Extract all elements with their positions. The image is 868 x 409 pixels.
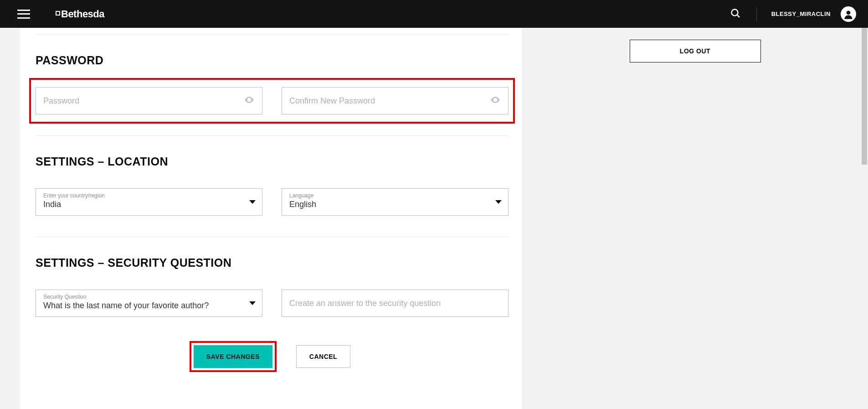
country-select[interactable]: Enter your country/region India xyxy=(36,188,262,216)
divider xyxy=(36,237,508,237)
confirm-password-field-wrap xyxy=(282,87,508,114)
country-label: Enter your country/region xyxy=(43,192,105,199)
password-row xyxy=(36,87,508,114)
logout-button[interactable]: LOG OUT xyxy=(630,40,761,62)
password-input[interactable] xyxy=(43,96,244,106)
section-title-security: SETTINGS – SECURITY QUESTION xyxy=(36,256,508,269)
form-actions: SAVE CHANGES CANCEL xyxy=(36,345,508,368)
divider xyxy=(36,135,508,136)
password-field-wrap xyxy=(36,87,262,114)
scrollbar[interactable] xyxy=(861,28,868,409)
svg-line-1 xyxy=(737,15,740,17)
save-button[interactable]: SAVE CHANGES xyxy=(194,345,272,368)
eye-icon[interactable] xyxy=(244,94,255,107)
language-value: English xyxy=(289,200,501,209)
svg-point-5 xyxy=(494,99,496,101)
chevron-down-icon xyxy=(249,301,256,305)
security-answer-input[interactable] xyxy=(289,299,501,308)
cancel-button[interactable]: CANCEL xyxy=(296,345,350,368)
header-username[interactable]: BLESSY_MIRACLIN xyxy=(771,10,831,17)
menu-icon[interactable] xyxy=(17,10,30,19)
security-question-value: What is the last name of your favorite a… xyxy=(43,301,255,311)
brand-name: Bethesda xyxy=(61,8,104,20)
eye-icon[interactable] xyxy=(490,94,501,107)
settings-card: PASSWORD SETTINGS – LOCATION Enter your … xyxy=(20,28,522,409)
country-value: India xyxy=(43,200,255,209)
language-label: Language xyxy=(289,192,313,199)
security-answer-field-wrap xyxy=(282,290,508,317)
svg-point-4 xyxy=(248,99,250,101)
side-column: LOG OUT xyxy=(522,28,868,409)
app-header: Bethesda BLESSY_MIRACLIN xyxy=(0,0,868,28)
section-title-location: SETTINGS – LOCATION xyxy=(36,155,508,168)
brand-mark-icon xyxy=(56,11,60,16)
chevron-down-icon xyxy=(249,200,256,204)
language-select[interactable]: Language English xyxy=(282,188,508,216)
security-question-select[interactable]: Security Question What is the last name … xyxy=(36,290,262,317)
avatar[interactable] xyxy=(841,6,856,22)
divider xyxy=(36,34,508,35)
section-title-password: PASSWORD xyxy=(36,54,508,67)
location-row: Enter your country/region India Language… xyxy=(36,188,508,216)
user-icon xyxy=(842,8,854,20)
confirm-password-input[interactable] xyxy=(289,96,490,106)
svg-point-0 xyxy=(731,9,738,16)
header-divider xyxy=(756,7,757,21)
security-row: Security Question What is the last name … xyxy=(36,290,508,317)
chevron-down-icon xyxy=(495,200,502,204)
security-question-label: Security Question xyxy=(43,294,87,300)
scrollbar-thumb[interactable] xyxy=(862,28,867,165)
search-icon[interactable] xyxy=(730,8,741,21)
svg-point-3 xyxy=(847,10,851,15)
brand-logo[interactable]: Bethesda xyxy=(56,8,104,20)
